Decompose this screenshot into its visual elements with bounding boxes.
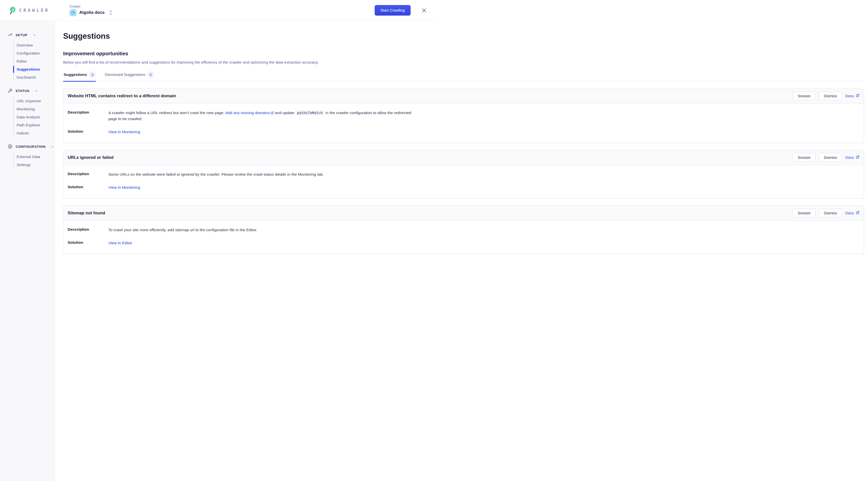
sidebar-item-data-analysis[interactable]: Data Analysis — [0, 113, 54, 121]
card-title: Sitemap not found — [68, 211, 105, 216]
sidebar-item-monitoring[interactable]: Monitoring — [0, 105, 54, 113]
description-text: Some URLs on the website were failed or … — [108, 172, 323, 177]
sidebar-section-setup-header[interactable]: SETUP — [0, 33, 54, 37]
section-subtitle: Below you will find a list of recommenda… — [63, 60, 434, 65]
sidebar-item-overview[interactable]: Overview — [0, 41, 54, 49]
close-icon[interactable] — [422, 8, 427, 13]
select-updown-icon — [109, 10, 113, 15]
solution-label: Solution — [68, 129, 108, 134]
sidebar-section-setup: SETUP Overview Configuration Editor Sugg… — [0, 33, 54, 82]
view-in-monitoring-link[interactable]: View in Monitoring — [108, 130, 140, 134]
suggestion-card-urls-ignored: URLs ignored or failed Snooze Dismiss Do… — [63, 150, 434, 198]
logo-text: CRAWLER — [19, 8, 50, 13]
card-title: Website HTML contains redirect to a diff… — [68, 94, 176, 98]
suggestion-card-sitemap: Sitemap not found Snooze Dismiss Docs De… — [63, 205, 434, 241]
chevron-down-icon — [33, 33, 36, 37]
sidebar-item-indices[interactable]: Indices — [0, 129, 54, 137]
add-missing-domains-link[interactable]: Add any missing domains — [225, 110, 274, 115]
description-text: A crawler might follow a URL redirect bu… — [108, 110, 413, 122]
sidebar-section-label: STATUS — [16, 89, 29, 93]
sidebar-section-configuration: CONFIGURATION External Data Settings — [0, 144, 54, 169]
crawler-selector[interactable]: Crawler Algolia docs — [70, 5, 113, 16]
sidebar-item-suggestions[interactable]: Suggestions — [0, 65, 54, 73]
sidebar-section-status: STATUS URL inspector Monitoring Data Ana… — [0, 89, 54, 137]
clock-icon — [70, 9, 76, 16]
description-label: Description — [68, 227, 108, 232]
chevron-down-icon — [51, 144, 54, 149]
tab-dismissed-suggestions[interactable]: Dismissed Suggestions 0 — [104, 72, 154, 82]
wrench-icon — [8, 89, 12, 93]
sidebar-item-settings[interactable]: Settings — [0, 161, 54, 169]
sidebar-item-path-explorer[interactable]: Path Explorer — [0, 121, 54, 129]
description-label: Description — [68, 110, 108, 115]
tab-count-badge: 3 — [89, 72, 95, 78]
chevron-down-icon — [35, 89, 38, 93]
sidebar-item-external-data[interactable]: External Data — [0, 153, 54, 161]
view-in-monitoring-link[interactable]: View in Monitoring — [108, 185, 140, 190]
description-text: To crawl your site more efficiently, add… — [108, 227, 257, 233]
sidebar: SETUP Overview Configuration Editor Sugg… — [0, 21, 55, 241]
paths-to-match-code: pathsToMatch — [296, 110, 324, 115]
crawler-pin-icon — [9, 6, 16, 14]
solution-label: Solution — [68, 240, 108, 241]
tab-label: Dismissed Suggestions — [105, 72, 145, 77]
page-title: Suggestions — [63, 32, 434, 41]
section-title: Improvement opportunities — [63, 51, 434, 57]
top-bar: CRAWLER Crawler Algolia docs Start Crawl… — [0, 0, 434, 21]
gear-icon — [8, 144, 12, 149]
tab-count-badge: 0 — [148, 72, 154, 78]
sidebar-item-editor[interactable]: Editor — [0, 57, 54, 65]
sidebar-item-docsearch[interactable]: DocSearch — [0, 73, 54, 82]
sidebar-item-configuration[interactable]: Configuration — [0, 49, 54, 57]
main-content: Suggestions Improvement opportunities Be… — [55, 21, 434, 241]
sidebar-section-label: CONFIGURATION — [16, 145, 45, 149]
app-logo: CRAWLER — [9, 6, 55, 14]
trending-up-icon — [8, 33, 12, 37]
sidebar-section-status-header[interactable]: STATUS — [0, 89, 54, 93]
tab-suggestions[interactable]: Suggestions 3 — [63, 72, 96, 82]
external-link-icon — [271, 110, 274, 116]
suggestion-card-redirect: Website HTML contains redirect to a diff… — [63, 88, 434, 143]
sidebar-section-label: SETUP — [16, 33, 27, 37]
tab-label: Suggestions — [64, 72, 87, 77]
sidebar-item-url-inspector[interactable]: URL inspector — [0, 97, 54, 105]
sidebar-section-configuration-header[interactable]: CONFIGURATION — [0, 144, 54, 149]
tabs-bar: Suggestions 3 Dismissed Suggestions 0 — [63, 72, 434, 82]
solution-label: Solution — [68, 185, 108, 189]
crawler-selector-label: Crawler — [70, 5, 113, 8]
crawler-name: Algolia docs — [79, 10, 104, 15]
description-label: Description — [68, 172, 108, 176]
start-crawling-button[interactable]: Start Crawling — [375, 5, 411, 15]
card-title: URLs ignored or failed — [68, 155, 114, 160]
